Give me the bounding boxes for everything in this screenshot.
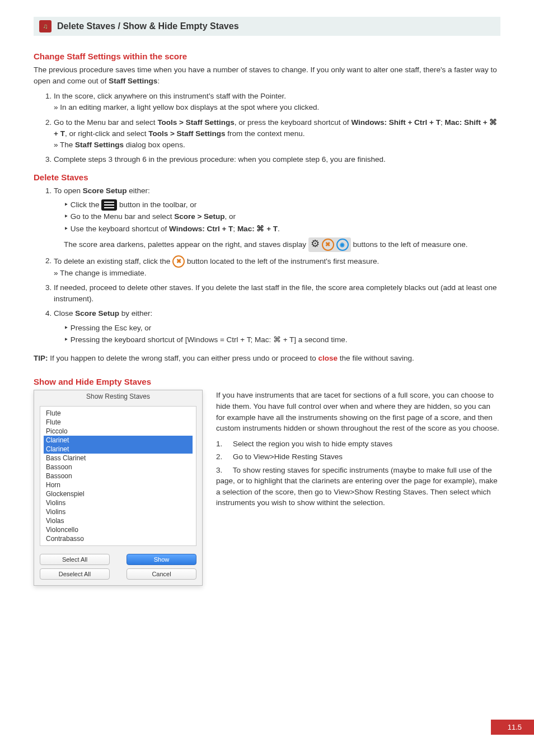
tip-line: TIP: If you happen to delete the wrong s… xyxy=(34,353,500,364)
list-item[interactable]: Bass Clarinet xyxy=(44,454,193,463)
list-item[interactable]: Bassoon xyxy=(44,463,193,472)
instrument-list[interactable]: FluteFlutePiccoloClarinetClarinetBass Cl… xyxy=(40,406,196,546)
list-item[interactable]: Clarinet xyxy=(44,436,193,445)
cancel-button[interactable]: Cancel xyxy=(127,568,196,580)
stave-control-icons: ⚙ ✖ ◉ xyxy=(308,237,351,252)
list-item[interactable]: Contrabasso xyxy=(44,534,193,543)
list-item[interactable]: Clarinet xyxy=(44,445,193,454)
list-item[interactable]: Flute xyxy=(44,418,193,427)
gear-icon: ⚙ xyxy=(311,239,320,251)
list-item[interactable]: Violins xyxy=(44,507,193,516)
show-hide-paragraph: If you have instruments that are tacet f… xyxy=(216,390,500,433)
list-item[interactable]: Glockenspiel xyxy=(44,489,193,498)
visibility-icon: ◉ xyxy=(336,239,349,251)
list-item[interactable]: Piccolo xyxy=(44,427,193,436)
heading-show-hide: Show and Hide Empty Staves xyxy=(34,377,500,386)
show-hide-step-3: 3. To show resting staves for specific i… xyxy=(216,465,500,508)
show-hide-step-1: 1. Select the region you wish to hide em… xyxy=(216,438,500,450)
heading-delete-staves: Delete Staves xyxy=(34,172,500,182)
list-item[interactable]: Violins xyxy=(44,498,193,507)
page-header: ♫ Delete Staves / Show & Hide Empty Stav… xyxy=(34,17,500,36)
show-button[interactable]: Show xyxy=(127,554,196,565)
list-item[interactable]: Violoncello xyxy=(44,525,193,534)
select-all-button[interactable]: Select All xyxy=(40,554,110,565)
list-item[interactable]: Flute xyxy=(44,409,193,418)
dialog-title: Show Resting Staves xyxy=(34,390,202,403)
delete-icon: ✖ xyxy=(172,255,185,268)
show-resting-staves-dialog: Show Resting Staves FluteFlutePiccoloCla… xyxy=(34,390,203,586)
heading-change-staff: Change Staff Settings within the score xyxy=(34,52,500,61)
change-staff-steps: In the score, click anywhere on this ins… xyxy=(34,91,500,166)
list-item[interactable]: Horn xyxy=(44,480,193,489)
deselect-all-button[interactable]: Deselect All xyxy=(40,568,110,580)
intro-paragraph: The previous procedure saves time when y… xyxy=(34,64,500,86)
page-number: 11.5 xyxy=(491,720,534,735)
score-setup-toolbar-icon xyxy=(101,199,117,211)
app-icon: ♫ xyxy=(39,20,51,32)
list-item[interactable]: Bassoon xyxy=(44,472,193,480)
list-item[interactable]: Violas xyxy=(44,516,193,525)
delete-icon: ✖ xyxy=(322,239,334,251)
show-hide-step-2: 2. Go to View>Hide Resting Staves xyxy=(216,451,500,463)
delete-staves-steps: To open Score Setup either: Click the bu… xyxy=(34,185,500,346)
header-title: Delete Staves / Show & Hide Empty Staves xyxy=(57,21,239,31)
